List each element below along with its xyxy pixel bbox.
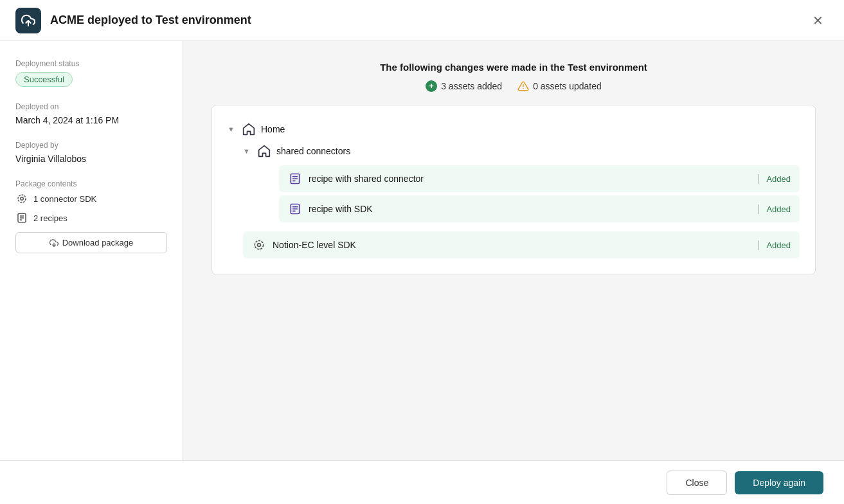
close-button[interactable]: Close: [667, 471, 727, 495]
dialog-title: ACME deployed to Test environment: [50, 14, 251, 27]
recipes-icon: [15, 212, 28, 224]
svg-point-1: [21, 197, 24, 201]
recipes-label: 2 recipes: [33, 213, 67, 223]
assets-added-label: 3 assets added: [441, 81, 502, 91]
sdk-asset-status: Added: [766, 240, 791, 250]
add-icon: +: [426, 80, 437, 92]
download-package-label: Download package: [62, 238, 134, 248]
svg-point-2: [18, 195, 26, 203]
home-tree-row: ▼ Home: [228, 118, 800, 140]
deployment-status-section: Deployment status Successful: [15, 59, 167, 87]
package-contents-label: Package contents: [15, 179, 167, 188]
recipe-shared-connector-name: recipe with shared connector: [309, 174, 751, 184]
recipe-shared-connector-row: recipe with shared connector | Added: [279, 165, 800, 192]
deployed-on-section: Deployed on March 4, 2024 at 1:16 PM: [15, 102, 167, 125]
sdk-asset-row: Notion-EC level SDK | Added: [243, 231, 800, 258]
dialog-header: ACME deployed to Test environment ✕: [0, 0, 844, 41]
status-badge: Successful: [15, 72, 73, 87]
download-icon: [49, 239, 58, 248]
home-chevron-icon[interactable]: ▼: [228, 125, 237, 133]
separator-2: |: [757, 203, 760, 215]
package-item-recipes: 2 recipes: [15, 212, 167, 224]
shared-connectors-chevron-icon[interactable]: ▼: [243, 147, 252, 155]
recipe-sdk-icon: [288, 202, 302, 216]
main-content: Deployment status Successful Deployed on…: [0, 41, 844, 460]
shared-connectors-label: shared connectors: [276, 146, 350, 156]
recipe-sdk-name: recipe with SDK: [309, 204, 751, 214]
package-contents-section: Package contents 1 connector SDK: [15, 179, 167, 253]
sdk-asset-icon: [252, 238, 266, 252]
sdk-asset-name: Notion-EC level SDK: [273, 240, 751, 250]
svg-point-19: [255, 240, 263, 249]
recipe-sdk-row: recipe with SDK | Added: [279, 195, 800, 222]
deployed-by-label: Deployed by: [15, 141, 167, 150]
svg-point-18: [258, 244, 261, 247]
deployed-on-value: March 4, 2024 at 1:16 PM: [15, 115, 167, 125]
home-label: Home: [261, 124, 285, 134]
close-icon[interactable]: ✕: [807, 12, 829, 30]
recipe-shared-connector-icon: [288, 172, 302, 186]
deploy-icon: [15, 8, 41, 33]
separator-1: |: [757, 173, 760, 184]
warning-icon: [517, 80, 529, 92]
package-item-connector: 1 connector SDK: [15, 192, 167, 205]
recipe-shared-connector-status: Added: [766, 174, 791, 184]
right-panel: The following changes were made in the T…: [183, 41, 844, 460]
deployed-by-value: Virginia Villalobos: [15, 154, 167, 164]
assets-updated-label: 0 assets updated: [533, 81, 602, 91]
assets-updated-stat: 0 assets updated: [517, 80, 602, 92]
recipe-sdk-status: Added: [766, 204, 791, 214]
download-package-button[interactable]: Download package: [15, 232, 167, 253]
stats-row: + 3 assets added 0 assets updated: [426, 80, 602, 92]
separator-3: |: [757, 239, 760, 251]
sidebar: Deployment status Successful Deployed on…: [0, 41, 183, 460]
shared-connectors-tree-row: ▼ shared connectors: [243, 140, 800, 162]
changes-heading: The following changes were made in the T…: [380, 62, 647, 73]
assets-added-stat: + 3 assets added: [426, 80, 502, 92]
connector-sdk-icon: [15, 192, 28, 205]
deployed-on-label: Deployed on: [15, 102, 167, 111]
asset-tree-card: ▼ Home ▼ shared connector: [211, 105, 816, 275]
deploy-again-button[interactable]: Deploy again: [735, 471, 823, 494]
deployed-by-section: Deployed by Virginia Villalobos: [15, 141, 167, 164]
shared-connectors-icon: [257, 144, 271, 158]
connector-sdk-label: 1 connector SDK: [33, 194, 96, 204]
header-left: ACME deployed to Test environment: [15, 8, 251, 33]
home-icon: [242, 122, 256, 136]
dialog-footer: Close Deploy again: [0, 460, 844, 504]
deployment-status-label: Deployment status: [15, 59, 167, 68]
